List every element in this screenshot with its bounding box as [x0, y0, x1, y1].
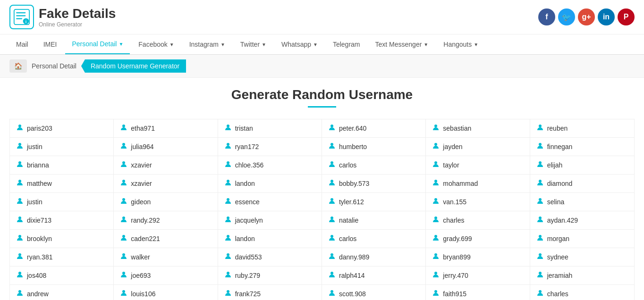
username-cell[interactable]: selina: [530, 193, 634, 211]
username-cell[interactable]: walker: [114, 248, 218, 267]
username-cell[interactable]: justin: [10, 193, 114, 211]
username-cell[interactable]: finnegan: [530, 138, 634, 156]
username-cell[interactable]: sebastian: [426, 119, 530, 138]
breadcrumb-home[interactable]: 🏠: [9, 59, 27, 73]
username-cell[interactable]: danny.989: [322, 248, 426, 267]
username-cell[interactable]: frank725: [218, 285, 322, 300]
username-cell[interactable]: natalie: [322, 211, 426, 230]
twitter-social-btn[interactable]: 🐦: [558, 8, 575, 25]
username-cell[interactable]: etha971: [114, 119, 218, 138]
linkedin-social-btn[interactable]: in: [598, 8, 615, 25]
facebook-social-btn[interactable]: f: [538, 8, 555, 25]
username-cell[interactable]: carlos: [322, 156, 426, 175]
nav-telegram[interactable]: Telegram: [326, 35, 367, 54]
username-cell[interactable]: dixie713: [10, 211, 114, 230]
username-cell[interactable]: joe693: [114, 267, 218, 285]
username-text: jerry.470: [443, 272, 468, 279]
username-cell[interactable]: louis106: [114, 285, 218, 300]
username-cell[interactable]: xzavier: [114, 175, 218, 193]
username-text: landon: [235, 180, 255, 187]
username-cell[interactable]: bryan899: [426, 248, 530, 267]
username-cell[interactable]: paris203: [10, 119, 114, 138]
nav-personal-detail[interactable]: Personal Detail ▼: [65, 34, 130, 54]
username-cell[interactable]: matthew: [10, 175, 114, 193]
username-cell[interactable]: randy.292: [114, 211, 218, 230]
username-text: elijah: [547, 161, 563, 169]
username-cell[interactable]: ryan.381: [10, 248, 114, 267]
username-cell[interactable]: bobby.573: [322, 175, 426, 193]
user-icon: [225, 216, 231, 225]
username-cell[interactable]: van.155: [426, 193, 530, 211]
nav-facebook[interactable]: Facebook ▼: [132, 35, 180, 54]
username-cell[interactable]: mohammad: [426, 175, 530, 193]
username-cell[interactable]: taylor: [426, 156, 530, 175]
username-cell[interactable]: brianna: [10, 156, 114, 175]
nav-whatsapp[interactable]: Whatsapp ▼: [275, 35, 324, 54]
username-cell[interactable]: morgan: [530, 230, 634, 248]
username-cell[interactable]: landon: [218, 175, 322, 193]
username-cell[interactable]: jeramiah: [530, 267, 634, 285]
svg-point-33: [330, 198, 333, 201]
username-cell[interactable]: essence: [218, 193, 322, 211]
username-cell[interactable]: landon: [218, 230, 322, 248]
username-cell[interactable]: tyler.612: [322, 193, 426, 211]
username-cell[interactable]: david553: [218, 248, 322, 267]
username-cell[interactable]: ralph414: [322, 267, 426, 285]
svg-point-52: [434, 253, 437, 256]
nav-twitter[interactable]: Twitter ▼: [234, 35, 273, 54]
username-cell[interactable]: diamond: [530, 175, 634, 193]
user-icon: [329, 161, 335, 169]
username-cell[interactable]: jerry.470: [426, 267, 530, 285]
username-cell[interactable]: charles: [426, 211, 530, 230]
username-cell[interactable]: sydnee: [530, 248, 634, 267]
username-cell[interactable]: caden221: [114, 230, 218, 248]
svg-point-15: [330, 143, 333, 146]
nav-text-messenger[interactable]: Text Messenger ▼: [369, 35, 435, 54]
username-text: jos408: [27, 272, 46, 279]
user-icon: [329, 198, 335, 206]
nav-mail[interactable]: Mail: [9, 35, 35, 54]
breadcrumb-parent[interactable]: Personal Detail: [27, 59, 81, 73]
svg-point-65: [539, 290, 542, 293]
username-text: bryan899: [443, 253, 470, 261]
user-icon: [329, 253, 335, 261]
nav-instagram[interactable]: Instagram ▼: [183, 35, 232, 54]
user-icon: [432, 198, 439, 206]
username-cell[interactable]: jos408: [10, 267, 114, 285]
username-cell[interactable]: faith915: [426, 285, 530, 300]
username-cell[interactable]: julia964: [114, 138, 218, 156]
username-cell[interactable]: jacquelyn: [218, 211, 322, 230]
username-cell[interactable]: xzavier: [114, 156, 218, 175]
username-cell[interactable]: brooklyn: [10, 230, 114, 248]
username-cell[interactable]: grady.699: [426, 230, 530, 248]
nav-imei[interactable]: IMEI: [37, 35, 64, 54]
user-icon: [537, 234, 543, 243]
username-cell[interactable]: ruby.279: [218, 267, 322, 285]
nav-hangouts[interactable]: Hangouts ▼: [437, 35, 485, 54]
username-cell[interactable]: aydan.429: [530, 211, 634, 230]
username-text: walker: [131, 253, 150, 261]
username-text: joe693: [131, 272, 151, 279]
username-cell[interactable]: ryan172: [218, 138, 322, 156]
username-cell[interactable]: scott.908: [322, 285, 426, 300]
username-cell[interactable]: justin: [10, 138, 114, 156]
svg-point-26: [227, 180, 229, 183]
google-plus-social-btn[interactable]: g+: [578, 8, 595, 25]
pinterest-social-btn[interactable]: P: [618, 8, 635, 25]
username-cell[interactable]: peter.640: [322, 119, 426, 138]
username-cell[interactable]: andrew: [10, 285, 114, 300]
user-icon: [537, 161, 543, 169]
username-cell[interactable]: tristan: [218, 119, 322, 138]
username-cell[interactable]: carlos: [322, 230, 426, 248]
username-cell[interactable]: elijah: [530, 156, 634, 175]
username-cell[interactable]: gideon: [114, 193, 218, 211]
username-cell[interactable]: jayden: [426, 138, 530, 156]
username-cell[interactable]: humberto: [322, 138, 426, 156]
page-title: Generate Random Username: [9, 87, 635, 102]
username-cell[interactable]: reuben: [530, 119, 634, 138]
username-cell[interactable]: charles: [530, 285, 634, 300]
svg-point-32: [227, 198, 229, 201]
user-icon: [537, 216, 543, 225]
username-cell[interactable]: chloe.356: [218, 156, 322, 175]
svg-point-60: [18, 290, 21, 293]
